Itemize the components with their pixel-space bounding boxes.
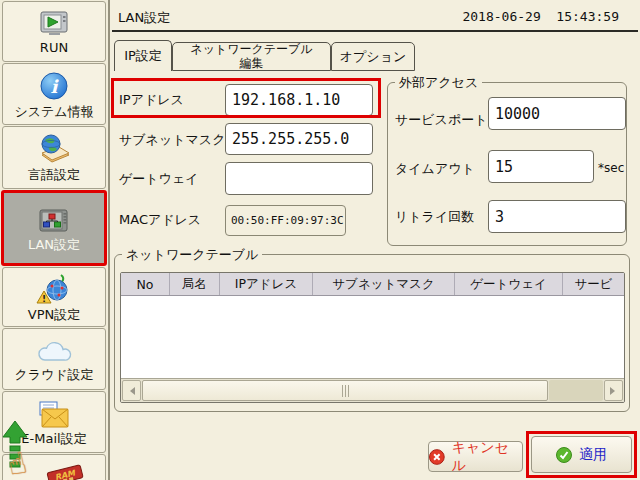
network-table-legend: ネットワークテーブル bbox=[122, 246, 262, 264]
datetime-display: 2018-06-29 15:43:59 bbox=[462, 9, 619, 24]
sidebar-item-vpn[interactable]: ! VPN設定 bbox=[2, 267, 106, 327]
monitor-play-icon bbox=[36, 9, 72, 39]
globe-warning-icon: ! bbox=[36, 274, 72, 306]
column-header-service: サービ bbox=[562, 273, 624, 295]
tab-label-line2: 編集 bbox=[240, 57, 264, 71]
column-header-station: 局名 bbox=[169, 273, 219, 295]
network-table-header: No 局名 IPアドレス サブネットマスク ゲートウェイ サービ bbox=[121, 273, 624, 296]
sidebar-item-label: システム情報 bbox=[14, 105, 93, 118]
sidebar-item-run[interactable]: RUN bbox=[2, 1, 106, 62]
scrollbar-grip-icon bbox=[342, 385, 349, 397]
cancel-button-label: キャンセル bbox=[452, 439, 522, 475]
scrollbar-track[interactable] bbox=[549, 380, 603, 401]
service-port-input[interactable] bbox=[488, 97, 626, 130]
sidebar-item-system-info[interactable]: i システム情報 bbox=[2, 63, 106, 125]
scroll-left-button[interactable] bbox=[122, 380, 141, 401]
ip-address-label: IPアドレス bbox=[119, 91, 184, 109]
page-title: LAN設定 bbox=[118, 9, 170, 27]
scrollbar-thumb[interactable] bbox=[142, 380, 548, 401]
triangle-left-icon bbox=[126, 387, 135, 395]
ip-address-input[interactable] bbox=[225, 84, 373, 116]
external-access-group: 外部アクセス サービスポート タイムアウト *sec リトライ回数 bbox=[387, 82, 627, 246]
column-header-subnet: サブネットマスク bbox=[312, 273, 454, 295]
triangle-right-icon bbox=[610, 387, 619, 395]
sidebar-item-label: LAN設定 bbox=[28, 238, 80, 251]
sidebar-item-label: 言語設定 bbox=[28, 168, 80, 181]
retry-count-input[interactable] bbox=[488, 200, 626, 233]
timeout-label: タイムアウト bbox=[395, 160, 475, 178]
sidebar-item-lan[interactable]: LAN設定 bbox=[1, 190, 107, 266]
sidebar-item-label: VPN設定 bbox=[28, 308, 80, 321]
sidebar-item-language[interactable]: 言語設定 bbox=[2, 126, 106, 189]
timeout-unit-label: *sec bbox=[598, 161, 624, 175]
sidebar: RUN i システム情報 言語設定 bbox=[0, 0, 110, 480]
sidebar-item-label: E-Mail設定 bbox=[21, 432, 86, 445]
envelope-icon bbox=[34, 400, 74, 430]
network-table-body bbox=[121, 296, 624, 378]
apply-check-icon bbox=[556, 447, 572, 463]
tab-ip-settings[interactable]: IP設定 bbox=[114, 40, 172, 71]
apply-button-label: 適用 bbox=[579, 446, 607, 464]
tab-options[interactable]: オプション bbox=[331, 42, 415, 71]
mac-address-label: MACアドレス bbox=[119, 211, 201, 229]
cloud-icon bbox=[34, 338, 74, 366]
lan-settings-screen: RUN i システム情報 言語設定 bbox=[0, 0, 640, 480]
sidebar-item-label: RUN bbox=[40, 41, 68, 54]
info-icon: i bbox=[37, 71, 71, 103]
gateway-input[interactable] bbox=[225, 162, 373, 195]
cancel-button[interactable]: キャンセル bbox=[428, 441, 523, 472]
network-device-icon bbox=[34, 206, 74, 236]
tab-label: IP設定 bbox=[124, 47, 162, 65]
svg-text:!: ! bbox=[42, 294, 46, 304]
network-table: No 局名 IPアドレス サブネットマスク ゲートウェイ サービ bbox=[120, 272, 625, 403]
cancel-x-icon bbox=[429, 449, 445, 465]
scroll-right-button[interactable] bbox=[604, 380, 623, 401]
retry-count-label: リトライ回数 bbox=[395, 208, 474, 226]
gateway-label: ゲートウェイ bbox=[119, 170, 199, 188]
subnet-mask-label: サブネットマスク bbox=[119, 131, 225, 149]
external-access-legend: 外部アクセス bbox=[395, 74, 482, 92]
timeout-input[interactable] bbox=[488, 150, 594, 183]
sidebar-item-label: クラウド設定 bbox=[14, 368, 93, 381]
tab-network-table-edit[interactable]: ネットワークテーブル 編集 bbox=[172, 42, 331, 71]
tab-label: オプション bbox=[340, 48, 407, 66]
memory-card-icon: RAM bbox=[24, 461, 84, 480]
column-header-no: No bbox=[121, 273, 169, 295]
apply-button[interactable]: 適用 bbox=[531, 436, 632, 473]
sidebar-item-cloud[interactable]: クラウド設定 bbox=[2, 328, 106, 390]
network-table-group: ネットワークテーブル No 局名 IPアドレス サブネットマスク ゲートウェイ … bbox=[114, 254, 630, 412]
column-header-ip: IPアドレス bbox=[219, 273, 312, 295]
tab-label-line1: ネットワークテーブル bbox=[190, 43, 312, 57]
mac-address-value: 00:50:FF:09:97:3C bbox=[225, 205, 346, 236]
table-h-scrollbar[interactable] bbox=[121, 378, 624, 402]
subnet-mask-input[interactable] bbox=[225, 123, 373, 155]
globe-book-icon bbox=[35, 134, 73, 166]
header-divider bbox=[112, 30, 638, 32]
service-port-label: サービスポート bbox=[395, 111, 488, 129]
column-header-gateway: ゲートウェイ bbox=[454, 273, 562, 295]
